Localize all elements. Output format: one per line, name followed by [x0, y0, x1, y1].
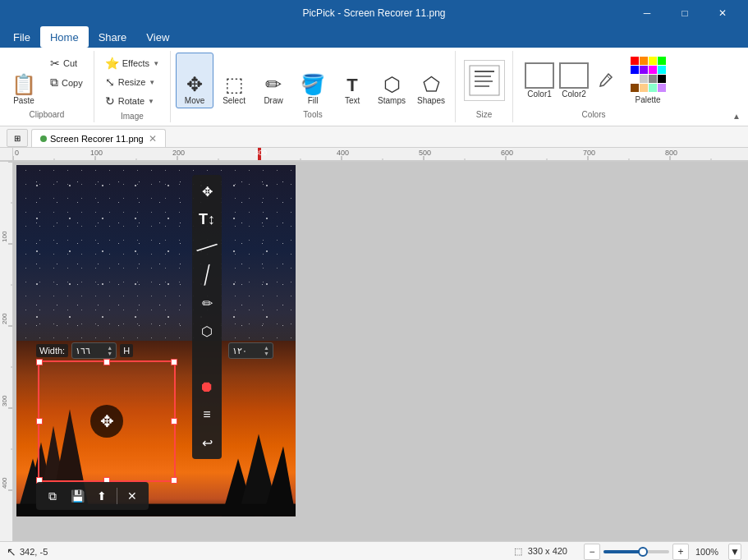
cursor-arrow-icon: ↖	[7, 545, 16, 558]
fill-tool-button[interactable]: 🪣 Fill	[294, 53, 332, 108]
height-input[interactable]: ١٢٠ ▲ ▼	[228, 342, 273, 359]
wh-overlay: Width: ١٦٦ ▲ ▼ H	[36, 342, 133, 359]
ft-move-button[interactable]: ✥	[194, 178, 220, 204]
size-preview	[464, 60, 505, 101]
svg-line-5	[607, 76, 610, 79]
selection-handle-tr[interactable]	[171, 359, 177, 365]
color2-swatch[interactable]	[559, 62, 589, 89]
ctx-share-button[interactable]: ⬆	[90, 484, 113, 507]
cut-icon: ✂	[50, 57, 60, 70]
ribbon-group-tools: ✥ Move ⬚ Select ✏ Draw 🪣 Fill T Text ⬡ S…	[171, 51, 456, 122]
text-tool-button[interactable]: T Text	[333, 53, 371, 108]
draw-tool-button[interactable]: ✏ Draw	[255, 53, 292, 108]
ribbon-group-image: ⭐ Effects ▼ ⤡ Resize ▼ ↻ Rotate ▼ Image	[94, 51, 171, 122]
selection-handle-tl[interactable]	[36, 359, 43, 365]
svg-rect-3	[475, 80, 493, 82]
clipboard-label: Clipboard	[5, 110, 89, 121]
image-label: Image	[99, 112, 165, 122]
ft-line2-button[interactable]: ╱	[190, 259, 223, 291]
menu-home[interactable]: Home	[40, 26, 89, 48]
stars-overlay	[16, 165, 296, 358]
zoom-slider-thumb[interactable]	[638, 547, 648, 557]
effects-button[interactable]: ⭐ Effects ▼	[99, 54, 165, 72]
selection-handle-mr[interactable]	[171, 418, 177, 425]
svg-rect-6	[13, 148, 748, 161]
ruler-container: 0 100 200 300 400 500 600 700 800	[0, 148, 748, 162]
tools-label: Tools	[176, 110, 450, 121]
copy-button[interactable]: ⧉ Copy	[44, 73, 89, 92]
ribbon-collapse-button[interactable]: ▲	[728, 109, 745, 122]
move-cursor-icon: ✥	[90, 405, 123, 438]
color2-column: Color2	[559, 62, 589, 99]
zoom-in-button[interactable]: +	[672, 544, 689, 560]
ft-brush-button[interactable]: ✏	[194, 290, 220, 316]
window-controls: ─ □ ✕	[628, 0, 741, 26]
ctx-close-button[interactable]: ✕	[121, 484, 144, 507]
ft-undo-button[interactable]: ↩	[194, 429, 220, 456]
resize-icon: ⤡	[105, 76, 115, 89]
window-title: PicPick - Screen Recorer 11.png	[120, 7, 628, 19]
width-input[interactable]: ١٦٦ ▲ ▼	[71, 342, 117, 359]
ft-line1-button[interactable]: ╱	[188, 228, 225, 265]
zoom-out-button[interactable]: −	[584, 544, 600, 560]
tab-close-button[interactable]: ✕	[149, 133, 157, 145]
height-arrows[interactable]: ▲ ▼	[264, 345, 269, 356]
selection-handle-br[interactable]	[171, 477, 177, 484]
move-tool-button[interactable]: ✥ Move	[176, 53, 213, 108]
zoom-dropdown-button[interactable]: ▼	[728, 544, 741, 560]
color1-label: Color1	[527, 90, 551, 99]
svg-rect-2	[475, 76, 491, 77]
canvas-right-handle[interactable]	[292, 165, 296, 516]
canvas-top-handle[interactable]	[16, 165, 296, 168]
ribbon: 📋 Paste ✂ Cut ⧉ Copy Clipboard ⭐ E	[0, 48, 748, 126]
shapes-tool-button[interactable]: ⬠ Shapes	[412, 53, 450, 108]
canvas-area[interactable]: ✥ Width: ١٦٦ ▲ ▼ H ١٢٠ ▲	[13, 162, 748, 541]
fill-icon: 🪣	[301, 75, 325, 94]
minimize-button[interactable]: ─	[628, 0, 666, 26]
draw-icon: ✏	[265, 75, 282, 94]
selection-handle-tc[interactable]	[103, 359, 110, 365]
menu-file[interactable]: File	[3, 26, 40, 48]
tab-screen-recorer[interactable]: Screen Recorer 11.png ✕	[31, 129, 166, 147]
ctx-save-button[interactable]: 💾	[66, 484, 89, 507]
cut-button[interactable]: ✂ Cut	[44, 54, 89, 72]
menu-bar: File Home Share View	[0, 26, 748, 48]
select-tool-button[interactable]: ⬚ Select	[215, 53, 253, 108]
width-value: ١٦٦	[76, 346, 90, 356]
ft-shape-button[interactable]: ⬡	[194, 318, 220, 344]
palette-button[interactable]: Palette	[626, 53, 669, 108]
dropper-button[interactable]	[594, 69, 617, 92]
clipboard-small-buttons: ✂ Cut ⧉ Copy	[44, 53, 89, 92]
maximize-button[interactable]: □	[666, 0, 704, 26]
status-image-size: ⬚ 330 x 420	[514, 546, 567, 557]
move-icon: ✥	[186, 75, 203, 94]
stamps-tool-button[interactable]: ⬡ Stamps	[373, 53, 411, 108]
color1-swatch[interactable]	[525, 62, 554, 89]
canvas-left-handle[interactable]	[16, 165, 20, 516]
selection-box[interactable]: ✥	[38, 360, 176, 482]
effects-icon: ⭐	[105, 57, 119, 70]
rotate-button[interactable]: ↻ Rotate ▼	[99, 92, 165, 110]
zoom-slider-fill	[603, 550, 643, 553]
svg-text:400: 400	[1, 477, 8, 489]
size-icon: ⬚	[514, 546, 522, 556]
svg-text:100: 100	[90, 149, 103, 157]
resize-button[interactable]: ⤡ Resize ▼	[99, 73, 165, 91]
menu-share[interactable]: Share	[89, 26, 137, 48]
ctx-copy-button[interactable]: ⧉	[41, 484, 64, 507]
width-arrows[interactable]: ▲ ▼	[107, 345, 112, 356]
svg-text:100: 100	[1, 231, 8, 242]
ft-record-button[interactable]: ⏺	[194, 374, 220, 400]
paste-button[interactable]: 📋 Paste	[5, 53, 43, 108]
ribbon-group-clipboard: 📋 Paste ✂ Cut ⧉ Copy Clipboard	[0, 51, 94, 122]
canvas-bottom-handle[interactable]	[16, 513, 296, 516]
ft-menu-button[interactable]: ≡	[194, 402, 220, 428]
menu-view[interactable]: View	[136, 26, 179, 48]
main-area: 100 200 300 400	[0, 162, 748, 541]
selection-handle-ml[interactable]	[36, 418, 43, 425]
zoom-level-value: 100%	[695, 547, 725, 557]
zoom-slider[interactable]	[603, 550, 669, 553]
close-button[interactable]: ✕	[704, 0, 741, 26]
tab-pages-button[interactable]: ⊞	[7, 129, 28, 147]
svg-rect-1	[475, 71, 494, 72]
